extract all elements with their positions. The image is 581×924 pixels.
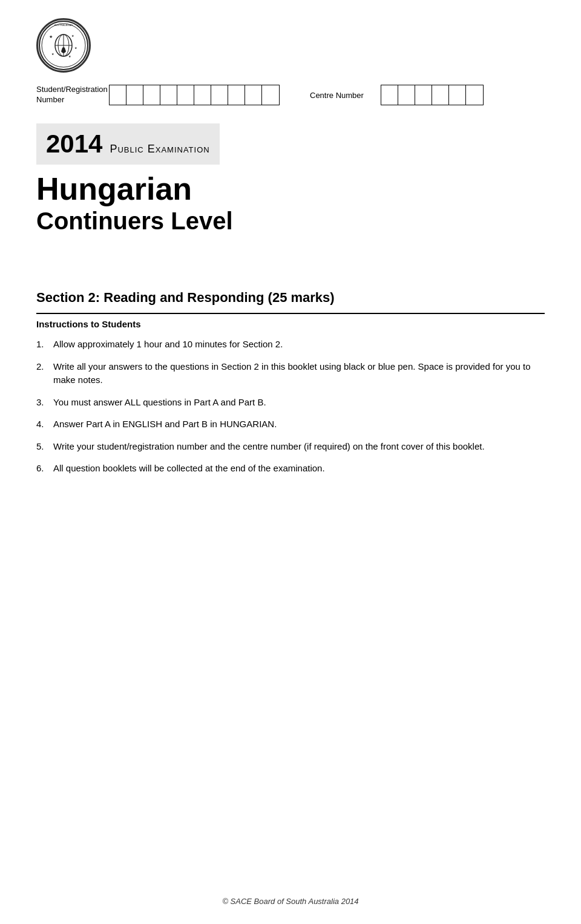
list-num-1: 1. xyxy=(36,338,53,352)
centre-box-4 xyxy=(432,85,449,105)
list-item-6: 6. All question booklets will be collect… xyxy=(36,462,545,476)
exam-title-block: 2014 Public Examination xyxy=(36,123,220,165)
reg-box-5 xyxy=(177,85,194,105)
reg-box-10 xyxy=(262,85,279,105)
registration-label: Student/Registration Number xyxy=(36,85,97,105)
reg-box-9 xyxy=(245,85,262,105)
centre-box-5 xyxy=(449,85,466,105)
student-number-boxes xyxy=(109,85,280,105)
list-item-2: 2. Write all your answers to the questio… xyxy=(36,360,545,387)
reg-box-2 xyxy=(126,85,143,105)
centre-box-2 xyxy=(398,85,415,105)
centre-box-6 xyxy=(466,85,483,105)
reg-box-7 xyxy=(211,85,228,105)
section-heading: Section 2: Reading and Responding (25 ma… xyxy=(36,290,545,306)
centre-box-3 xyxy=(415,85,432,105)
list-item-5: 5. Write your student/registration numbe… xyxy=(36,440,545,454)
list-num-2: 2. xyxy=(36,360,53,374)
logo: ★ ★ ★ ★ ★ AUSTRALASIAN xyxy=(36,18,91,73)
exam-type: Public Examination xyxy=(110,143,209,155)
section-title: Section 2: Reading and Responding (25 ma… xyxy=(36,290,545,306)
logo-area: ★ ★ ★ ★ ★ AUSTRALASIAN xyxy=(36,18,545,73)
instructions-list: 1. Allow approximately 1 hour and 10 min… xyxy=(36,338,545,476)
list-text-6: All question booklets will be collected … xyxy=(53,462,545,476)
subject-title: Hungarian xyxy=(36,172,545,206)
reg-box-6 xyxy=(194,85,211,105)
list-text-1: Allow approximately 1 hour and 10 minute… xyxy=(53,338,545,352)
svg-text:★: ★ xyxy=(74,47,77,50)
svg-text:★: ★ xyxy=(68,55,71,58)
reg-box-4 xyxy=(160,85,177,105)
instructions-heading: Instructions to Students xyxy=(36,319,545,329)
reg-box-1 xyxy=(110,85,126,105)
list-text-5: Write your student/registration number a… xyxy=(53,440,545,454)
list-num-6: 6. xyxy=(36,462,53,476)
centre-label: Centre Number xyxy=(310,91,364,100)
footer-text: © SACE Board of South Australia 2014 xyxy=(222,897,358,906)
subject-subtitle: Continuers Level xyxy=(36,206,545,235)
list-num-5: 5. xyxy=(36,440,53,454)
list-text-4: Answer Part A in ENGLISH and Part B in H… xyxy=(53,418,545,431)
reg-box-8 xyxy=(228,85,245,105)
list-item-3: 3. You must answer ALL questions in Part… xyxy=(36,396,545,410)
reg-box-3 xyxy=(143,85,160,105)
footer: © SACE Board of South Australia 2014 xyxy=(0,897,581,906)
svg-text:★: ★ xyxy=(71,34,74,38)
list-num-3: 3. xyxy=(36,396,53,410)
centre-number-boxes xyxy=(381,85,484,105)
registration-row: Student/Registration Number Centre Numbe… xyxy=(36,85,545,105)
page: ★ ★ ★ ★ ★ AUSTRALASIAN Student/Registrat… xyxy=(0,0,581,924)
section-divider xyxy=(36,313,545,314)
svg-text:AUSTRALASIAN: AUSTRALASIAN xyxy=(54,24,73,27)
list-item-1: 1. Allow approximately 1 hour and 10 min… xyxy=(36,338,545,352)
svg-text:★: ★ xyxy=(49,34,53,39)
list-text-3: You must answer ALL questions in Part A … xyxy=(53,396,545,410)
list-num-4: 4. xyxy=(36,418,53,431)
list-item-4: 4. Answer Part A in ENGLISH and Part B i… xyxy=(36,418,545,431)
list-text-2: Write all your answers to the questions … xyxy=(53,360,545,387)
svg-text:★: ★ xyxy=(51,53,54,56)
exam-year: 2014 xyxy=(46,129,102,158)
centre-box-1 xyxy=(381,85,398,105)
